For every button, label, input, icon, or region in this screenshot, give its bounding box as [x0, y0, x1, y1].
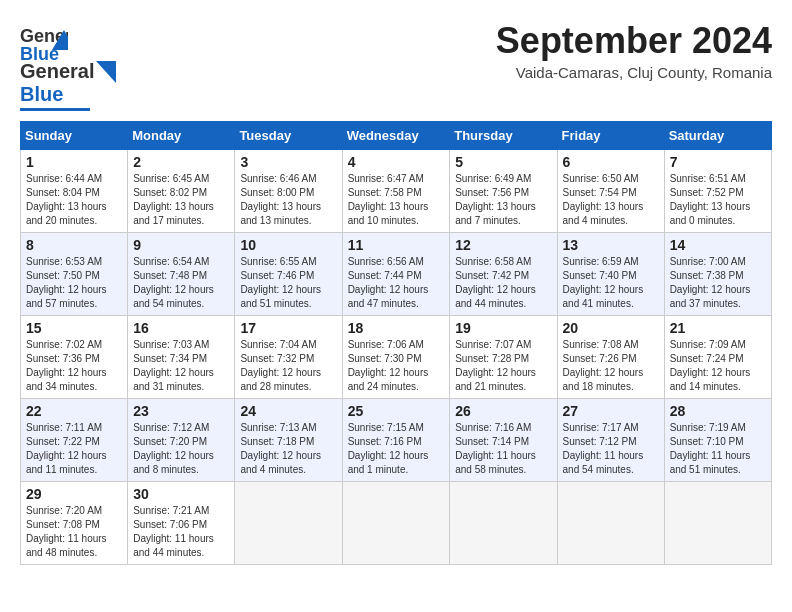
day-number: 17	[240, 320, 336, 336]
day-info: Sunrise: 6:50 AM Sunset: 7:54 PM Dayligh…	[563, 172, 659, 228]
week-row-2: 8 Sunrise: 6:53 AM Sunset: 7:50 PM Dayli…	[21, 233, 772, 316]
empty-cell	[557, 482, 664, 565]
day-number: 6	[563, 154, 659, 170]
week-row-3: 15 Sunrise: 7:02 AM Sunset: 7:36 PM Dayl…	[21, 316, 772, 399]
day-number: 2	[133, 154, 229, 170]
day-number: 30	[133, 486, 229, 502]
day-number: 10	[240, 237, 336, 253]
logo-general: General	[20, 60, 94, 83]
day-cell-17: 17 Sunrise: 7:04 AM Sunset: 7:32 PM Dayl…	[235, 316, 342, 399]
week-row-1: 1 Sunrise: 6:44 AM Sunset: 8:04 PM Dayli…	[21, 150, 772, 233]
day-cell-1: 1 Sunrise: 6:44 AM Sunset: 8:04 PM Dayli…	[21, 150, 128, 233]
day-info: Sunrise: 6:55 AM Sunset: 7:46 PM Dayligh…	[240, 255, 336, 311]
day-cell-25: 25 Sunrise: 7:15 AM Sunset: 7:16 PM Dayl…	[342, 399, 450, 482]
day-cell-2: 2 Sunrise: 6:45 AM Sunset: 8:02 PM Dayli…	[128, 150, 235, 233]
day-cell-8: 8 Sunrise: 6:53 AM Sunset: 7:50 PM Dayli…	[21, 233, 128, 316]
day-info: Sunrise: 6:46 AM Sunset: 8:00 PM Dayligh…	[240, 172, 336, 228]
weekday-header-row: SundayMondayTuesdayWednesdayThursdayFrid…	[21, 122, 772, 150]
day-number: 7	[670, 154, 766, 170]
day-info: Sunrise: 7:08 AM Sunset: 7:26 PM Dayligh…	[563, 338, 659, 394]
day-number: 9	[133, 237, 229, 253]
day-info: Sunrise: 6:49 AM Sunset: 7:56 PM Dayligh…	[455, 172, 551, 228]
day-info: Sunrise: 7:17 AM Sunset: 7:12 PM Dayligh…	[563, 421, 659, 477]
logo: General Blue General Blue	[20, 20, 116, 111]
day-number: 20	[563, 320, 659, 336]
day-cell-5: 5 Sunrise: 6:49 AM Sunset: 7:56 PM Dayli…	[450, 150, 557, 233]
day-info: Sunrise: 6:59 AM Sunset: 7:40 PM Dayligh…	[563, 255, 659, 311]
logo-arrow-icon	[96, 61, 116, 83]
day-number: 19	[455, 320, 551, 336]
day-info: Sunrise: 7:02 AM Sunset: 7:36 PM Dayligh…	[26, 338, 122, 394]
day-number: 26	[455, 403, 551, 419]
day-number: 16	[133, 320, 229, 336]
day-cell-28: 28 Sunrise: 7:19 AM Sunset: 7:10 PM Dayl…	[664, 399, 771, 482]
week-row-5: 29 Sunrise: 7:20 AM Sunset: 7:08 PM Dayl…	[21, 482, 772, 565]
day-info: Sunrise: 7:07 AM Sunset: 7:28 PM Dayligh…	[455, 338, 551, 394]
weekday-header-friday: Friday	[557, 122, 664, 150]
day-info: Sunrise: 6:56 AM Sunset: 7:44 PM Dayligh…	[348, 255, 445, 311]
week-row-4: 22 Sunrise: 7:11 AM Sunset: 7:22 PM Dayl…	[21, 399, 772, 482]
day-cell-21: 21 Sunrise: 7:09 AM Sunset: 7:24 PM Dayl…	[664, 316, 771, 399]
day-cell-16: 16 Sunrise: 7:03 AM Sunset: 7:34 PM Dayl…	[128, 316, 235, 399]
weekday-header-wednesday: Wednesday	[342, 122, 450, 150]
day-info: Sunrise: 7:19 AM Sunset: 7:10 PM Dayligh…	[670, 421, 766, 477]
day-info: Sunrise: 7:04 AM Sunset: 7:32 PM Dayligh…	[240, 338, 336, 394]
day-info: Sunrise: 6:54 AM Sunset: 7:48 PM Dayligh…	[133, 255, 229, 311]
day-cell-6: 6 Sunrise: 6:50 AM Sunset: 7:54 PM Dayli…	[557, 150, 664, 233]
day-cell-3: 3 Sunrise: 6:46 AM Sunset: 8:00 PM Dayli…	[235, 150, 342, 233]
day-number: 25	[348, 403, 445, 419]
day-number: 11	[348, 237, 445, 253]
day-cell-22: 22 Sunrise: 7:11 AM Sunset: 7:22 PM Dayl…	[21, 399, 128, 482]
day-info: Sunrise: 6:51 AM Sunset: 7:52 PM Dayligh…	[670, 172, 766, 228]
day-number: 13	[563, 237, 659, 253]
day-info: Sunrise: 7:20 AM Sunset: 7:08 PM Dayligh…	[26, 504, 122, 560]
weekday-header-thursday: Thursday	[450, 122, 557, 150]
day-number: 28	[670, 403, 766, 419]
day-cell-9: 9 Sunrise: 6:54 AM Sunset: 7:48 PM Dayli…	[128, 233, 235, 316]
empty-cell	[664, 482, 771, 565]
empty-cell	[450, 482, 557, 565]
day-number: 29	[26, 486, 122, 502]
day-number: 12	[455, 237, 551, 253]
day-cell-24: 24 Sunrise: 7:13 AM Sunset: 7:18 PM Dayl…	[235, 399, 342, 482]
day-number: 21	[670, 320, 766, 336]
title-area: September 2024 Vaida-Camaras, Cluj Count…	[496, 20, 772, 81]
calendar: SundayMondayTuesdayWednesdayThursdayFrid…	[20, 121, 772, 565]
day-info: Sunrise: 6:45 AM Sunset: 8:02 PM Dayligh…	[133, 172, 229, 228]
day-cell-27: 27 Sunrise: 7:17 AM Sunset: 7:12 PM Dayl…	[557, 399, 664, 482]
day-cell-7: 7 Sunrise: 6:51 AM Sunset: 7:52 PM Dayli…	[664, 150, 771, 233]
empty-cell	[235, 482, 342, 565]
day-info: Sunrise: 7:21 AM Sunset: 7:06 PM Dayligh…	[133, 504, 229, 560]
day-number: 14	[670, 237, 766, 253]
day-cell-14: 14 Sunrise: 7:00 AM Sunset: 7:38 PM Dayl…	[664, 233, 771, 316]
weekday-header-saturday: Saturday	[664, 122, 771, 150]
weekday-header-monday: Monday	[128, 122, 235, 150]
day-info: Sunrise: 7:00 AM Sunset: 7:38 PM Dayligh…	[670, 255, 766, 311]
day-number: 27	[563, 403, 659, 419]
day-cell-30: 30 Sunrise: 7:21 AM Sunset: 7:06 PM Dayl…	[128, 482, 235, 565]
day-cell-12: 12 Sunrise: 6:58 AM Sunset: 7:42 PM Dayl…	[450, 233, 557, 316]
day-cell-29: 29 Sunrise: 7:20 AM Sunset: 7:08 PM Dayl…	[21, 482, 128, 565]
day-number: 1	[26, 154, 122, 170]
day-info: Sunrise: 6:47 AM Sunset: 7:58 PM Dayligh…	[348, 172, 445, 228]
day-cell-26: 26 Sunrise: 7:16 AM Sunset: 7:14 PM Dayl…	[450, 399, 557, 482]
header: General Blue General Blue September 2024…	[20, 20, 772, 111]
day-cell-10: 10 Sunrise: 6:55 AM Sunset: 7:46 PM Dayl…	[235, 233, 342, 316]
day-cell-23: 23 Sunrise: 7:12 AM Sunset: 7:20 PM Dayl…	[128, 399, 235, 482]
day-info: Sunrise: 6:53 AM Sunset: 7:50 PM Dayligh…	[26, 255, 122, 311]
day-cell-15: 15 Sunrise: 7:02 AM Sunset: 7:36 PM Dayl…	[21, 316, 128, 399]
day-number: 5	[455, 154, 551, 170]
day-info: Sunrise: 6:58 AM Sunset: 7:42 PM Dayligh…	[455, 255, 551, 311]
day-number: 22	[26, 403, 122, 419]
weekday-header-sunday: Sunday	[21, 122, 128, 150]
day-info: Sunrise: 7:03 AM Sunset: 7:34 PM Dayligh…	[133, 338, 229, 394]
day-number: 24	[240, 403, 336, 419]
day-info: Sunrise: 7:13 AM Sunset: 7:18 PM Dayligh…	[240, 421, 336, 477]
weekday-header-tuesday: Tuesday	[235, 122, 342, 150]
day-cell-18: 18 Sunrise: 7:06 AM Sunset: 7:30 PM Dayl…	[342, 316, 450, 399]
day-number: 23	[133, 403, 229, 419]
day-number: 15	[26, 320, 122, 336]
empty-cell	[342, 482, 450, 565]
day-cell-13: 13 Sunrise: 6:59 AM Sunset: 7:40 PM Dayl…	[557, 233, 664, 316]
day-cell-4: 4 Sunrise: 6:47 AM Sunset: 7:58 PM Dayli…	[342, 150, 450, 233]
